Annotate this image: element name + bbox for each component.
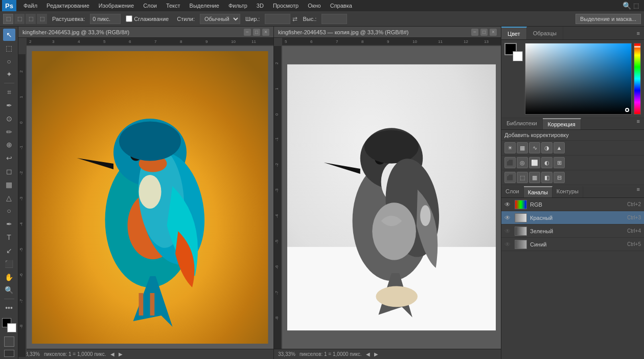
search-icon[interactable]: 🔍 — [623, 2, 631, 10]
tool-pen[interactable]: ✒ — [3, 218, 15, 230]
tool-blur[interactable]: △ — [3, 192, 15, 204]
background-color[interactable] — [7, 323, 16, 332]
svg-text:10: 10 — [412, 39, 417, 44]
tool-hand[interactable]: ✋ — [3, 271, 15, 283]
tool-zoom[interactable]: 🔍 — [3, 284, 15, 296]
channel-green-visibility-icon[interactable]: 👁 — [504, 228, 512, 235]
doc1-minimize[interactable]: − — [244, 29, 251, 36]
doc1-nav-next[interactable]: ▶ — [119, 351, 123, 357]
tool-marquee[interactable]: ⬚ — [3, 42, 15, 54]
doc2-minimize[interactable]: − — [471, 29, 478, 36]
corr-photo-filter-icon[interactable]: ◐ — [541, 157, 553, 168]
tab-paths[interactable]: Контуры — [553, 186, 583, 197]
tool-extra[interactable]: ••• — [3, 302, 15, 314]
menu-view[interactable]: Просмотр — [269, 2, 303, 10]
corr-huesat-icon[interactable]: ⬛ — [504, 157, 516, 168]
tool-lasso[interactable]: ○ — [3, 55, 15, 68]
featherize-input[interactable] — [90, 14, 121, 24]
tab-correction[interactable]: Коррекция — [543, 118, 581, 129]
tool-magic-wand[interactable]: ✦ — [3, 68, 15, 80]
tool-gradient[interactable]: ▦ — [3, 178, 15, 191]
doc1-nav-prev[interactable]: ◀ — [110, 351, 114, 357]
menu-image[interactable]: Изображение — [95, 2, 138, 10]
doc1-canvas[interactable] — [27, 46, 273, 349]
corr-threshold-icon[interactable]: ▦ — [529, 172, 540, 183]
selection-mode-int[interactable]: ⬚ — [37, 14, 47, 24]
corr-channel-mix-icon[interactable]: ⊞ — [554, 157, 565, 168]
standard-mode-icon[interactable] — [4, 336, 14, 347]
corr-curves-icon[interactable]: ∿ — [529, 142, 540, 153]
corr-selcolor-icon[interactable]: ⊟ — [554, 172, 565, 183]
tool-stamp[interactable]: ⊕ — [3, 139, 15, 151]
background-swatch[interactable] — [513, 51, 523, 61]
corr-bw-icon[interactable]: ⬜ — [529, 157, 540, 168]
menu-file[interactable]: Файл — [19, 2, 41, 10]
menu-window[interactable]: Окно — [304, 2, 325, 10]
menu-filter[interactable]: Фильтр — [224, 2, 251, 10]
channel-row-blue[interactable]: 👁 Синий Ctrl+5 — [501, 238, 644, 251]
menu-select[interactable]: Выделение — [186, 2, 223, 10]
color-gradient[interactable] — [525, 43, 632, 115]
channel-row-red[interactable]: 👁 Красный Ctrl+3 — [501, 211, 644, 225]
corr-colorbal-icon[interactable]: ◎ — [517, 157, 528, 168]
channel-blue-visibility-icon[interactable]: 👁 — [504, 241, 512, 248]
menu-3d[interactable]: 3D — [252, 2, 268, 10]
doc2-nav-next[interactable]: ▶ — [374, 351, 378, 357]
tool-healing[interactable]: ⊙ — [3, 113, 15, 125]
screen-mode[interactable] — [4, 350, 14, 357]
channel-red-visibility-icon[interactable]: 👁 — [504, 214, 512, 221]
tab-layers[interactable]: Слои — [501, 186, 524, 197]
corr-exposure-icon[interactable]: ◑ — [541, 142, 553, 153]
tool-brush[interactable]: ✏ — [3, 126, 15, 138]
doc1-maximize[interactable]: □ — [253, 29, 260, 36]
swap-wh-icon[interactable]: ⇄ — [292, 15, 297, 23]
tab-libraries[interactable]: Библиотеки — [501, 118, 543, 129]
tool-crop[interactable]: ⌗ — [3, 86, 15, 98]
smooth-checkbox[interactable] — [126, 15, 132, 22]
tool-text[interactable]: T — [3, 231, 15, 243]
corr-gradmap-icon[interactable]: ◧ — [541, 172, 553, 183]
tool-dodge[interactable]: ○ — [3, 205, 15, 217]
corr-brightness-icon[interactable]: ☀ — [504, 142, 516, 153]
tab-swatches[interactable]: Образцы — [527, 27, 563, 39]
doc2-close[interactable]: × — [490, 29, 497, 36]
tab-channels[interactable]: Каналы — [524, 186, 553, 197]
style-select[interactable]: Обычный — [200, 14, 240, 24]
tab-color[interactable]: Цвет — [501, 27, 527, 39]
hue-bar[interactable] — [634, 43, 641, 115]
doc1-close[interactable]: × — [262, 29, 269, 36]
selection-mode-rect[interactable]: ⬚ — [3, 14, 13, 24]
menu-layers[interactable]: Слои — [139, 2, 161, 10]
screen-mode-icon[interactable] — [4, 350, 14, 357]
quick-mask-toggle[interactable] — [4, 336, 14, 347]
tool-eraser[interactable]: ◻ — [3, 165, 15, 177]
corr-invert-icon[interactable]: ⬛ — [504, 172, 516, 183]
svg-text:-3: -3 — [19, 196, 24, 200]
doc2-canvas[interactable] — [282, 46, 501, 349]
channel-row-green[interactable]: 👁 Зеленый Ctrl+4 — [501, 225, 644, 238]
height-input[interactable] — [321, 14, 347, 24]
menu-help[interactable]: Справка — [326, 2, 356, 10]
tool-shape[interactable]: ⬛ — [3, 258, 15, 270]
tool-move[interactable]: ↖ — [3, 29, 15, 41]
selection-mode-sub[interactable]: ⬚ — [26, 14, 36, 24]
selection-mode-add[interactable]: ⬚ — [14, 14, 25, 24]
tool-history[interactable]: ↩ — [3, 152, 15, 164]
color-panel-menu-icon[interactable]: ≡ — [633, 30, 644, 36]
channels-panel-menu-icon[interactable]: ≡ — [633, 186, 644, 197]
layout-icon[interactable]: ⬚ — [633, 2, 639, 9]
menu-text[interactable]: Текст — [162, 2, 185, 10]
lib-panel-menu-icon[interactable]: ≡ — [633, 118, 644, 129]
channel-rgb-visibility-icon[interactable]: 👁 — [504, 201, 512, 208]
corr-levels-icon[interactable]: ▦ — [517, 142, 528, 153]
tool-eyedropper[interactable]: ✒ — [3, 99, 15, 111]
doc2-nav-prev[interactable]: ◀ — [366, 351, 370, 357]
menu-edit[interactable]: Редактирование — [42, 2, 94, 10]
doc2-maximize[interactable]: □ — [480, 29, 488, 36]
corr-posterize-icon[interactable]: ⬚ — [517, 172, 528, 183]
width-input[interactable] — [265, 14, 290, 24]
tool-path-selection[interactable]: ↙ — [3, 244, 15, 257]
corr-vibrance-icon[interactable]: ▲ — [554, 142, 565, 153]
selection-mask-button[interactable]: Выделение и маска... — [576, 14, 641, 24]
channel-row-rgb[interactable]: 👁 RGB Ctrl+2 — [501, 198, 644, 211]
